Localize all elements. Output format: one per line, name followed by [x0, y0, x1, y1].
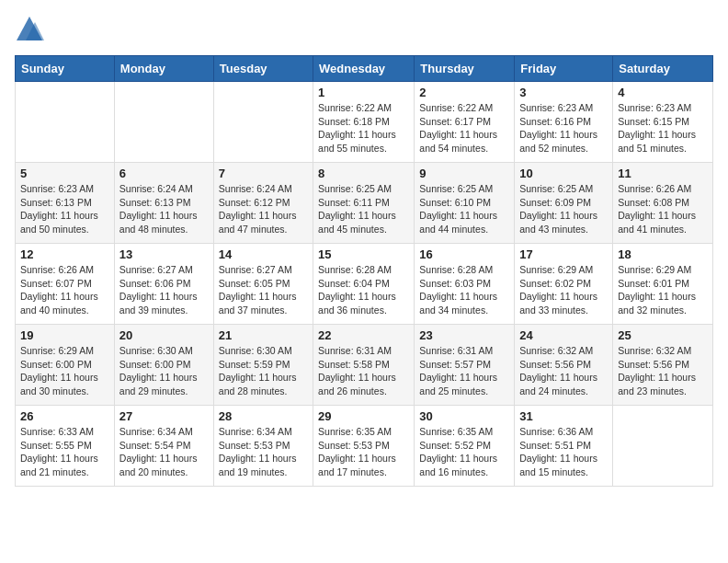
- calendar-cell: 12Sunrise: 6:26 AM Sunset: 6:07 PM Dayli…: [16, 244, 115, 325]
- day-info: Sunrise: 6:24 AM Sunset: 6:12 PM Dayligh…: [219, 182, 308, 236]
- day-number: 17: [519, 247, 608, 261]
- calendar-cell: 14Sunrise: 6:27 AM Sunset: 6:05 PM Dayli…: [213, 244, 313, 325]
- day-number: 12: [20, 247, 109, 261]
- calendar-cell: 3Sunrise: 6:23 AM Sunset: 6:16 PM Daylig…: [515, 82, 613, 163]
- calendar-cell: 25Sunrise: 6:32 AM Sunset: 5:56 PM Dayli…: [613, 325, 713, 406]
- day-number: 24: [519, 328, 608, 342]
- calendar-week-row: 1Sunrise: 6:22 AM Sunset: 6:18 PM Daylig…: [16, 82, 713, 163]
- calendar-week-row: 19Sunrise: 6:29 AM Sunset: 6:00 PM Dayli…: [16, 325, 713, 406]
- day-number: 9: [419, 167, 509, 180]
- calendar-cell: [16, 82, 115, 163]
- day-info: Sunrise: 6:22 AM Sunset: 6:18 PM Dayligh…: [318, 101, 409, 155]
- calendar-week-row: 12Sunrise: 6:26 AM Sunset: 6:07 PM Dayli…: [16, 244, 713, 325]
- day-number: 6: [119, 167, 209, 180]
- weekday-header: Friday: [515, 56, 613, 82]
- day-number: 19: [20, 328, 109, 342]
- calendar-cell: 6Sunrise: 6:24 AM Sunset: 6:13 PM Daylig…: [114, 163, 213, 244]
- day-number: 16: [419, 247, 509, 261]
- calendar-header-row: SundayMondayTuesdayWednesdayThursdayFrid…: [16, 56, 713, 82]
- calendar-cell: 9Sunrise: 6:25 AM Sunset: 6:10 PM Daylig…: [415, 163, 515, 244]
- day-number: 1: [318, 86, 409, 99]
- calendar-cell: 8Sunrise: 6:25 AM Sunset: 6:11 PM Daylig…: [313, 163, 415, 244]
- day-number: 10: [519, 167, 608, 180]
- calendar-cell: 13Sunrise: 6:27 AM Sunset: 6:06 PM Dayli…: [114, 244, 213, 325]
- day-number: 15: [318, 247, 409, 261]
- day-number: 26: [20, 409, 109, 423]
- calendar-cell: 29Sunrise: 6:35 AM Sunset: 5:53 PM Dayli…: [313, 406, 415, 487]
- calendar-week-row: 5Sunrise: 6:23 AM Sunset: 6:13 PM Daylig…: [16, 163, 713, 244]
- day-info: Sunrise: 6:28 AM Sunset: 6:03 PM Dayligh…: [419, 263, 509, 317]
- calendar-cell: [114, 82, 213, 163]
- day-info: Sunrise: 6:25 AM Sunset: 6:11 PM Dayligh…: [318, 182, 409, 236]
- day-info: Sunrise: 6:36 AM Sunset: 5:51 PM Dayligh…: [519, 425, 608, 479]
- day-info: Sunrise: 6:34 AM Sunset: 5:53 PM Dayligh…: [219, 425, 308, 479]
- day-number: 21: [219, 328, 308, 342]
- calendar-cell: 26Sunrise: 6:33 AM Sunset: 5:55 PM Dayli…: [16, 406, 115, 487]
- calendar-cell: 24Sunrise: 6:32 AM Sunset: 5:56 PM Dayli…: [515, 325, 613, 406]
- calendar-cell: 18Sunrise: 6:29 AM Sunset: 6:01 PM Dayli…: [613, 244, 713, 325]
- day-info: Sunrise: 6:30 AM Sunset: 6:00 PM Dayligh…: [119, 344, 209, 398]
- day-number: 20: [119, 328, 209, 342]
- weekday-header: Monday: [114, 56, 213, 82]
- day-info: Sunrise: 6:34 AM Sunset: 5:54 PM Dayligh…: [119, 425, 209, 479]
- calendar-cell: 27Sunrise: 6:34 AM Sunset: 5:54 PM Dayli…: [114, 406, 213, 487]
- day-info: Sunrise: 6:27 AM Sunset: 6:05 PM Dayligh…: [219, 263, 308, 317]
- calendar-cell: 21Sunrise: 6:30 AM Sunset: 5:59 PM Dayli…: [213, 325, 313, 406]
- day-number: 8: [318, 167, 409, 180]
- day-number: 28: [219, 409, 308, 423]
- calendar-cell: 22Sunrise: 6:31 AM Sunset: 5:58 PM Dayli…: [313, 325, 415, 406]
- day-number: 7: [219, 167, 308, 180]
- calendar-cell: 16Sunrise: 6:28 AM Sunset: 6:03 PM Dayli…: [415, 244, 515, 325]
- day-info: Sunrise: 6:23 AM Sunset: 6:15 PM Dayligh…: [618, 101, 708, 155]
- day-number: 2: [419, 86, 509, 99]
- day-number: 29: [318, 409, 409, 423]
- weekday-header: Saturday: [613, 56, 713, 82]
- calendar-cell: 15Sunrise: 6:28 AM Sunset: 6:04 PM Dayli…: [313, 244, 415, 325]
- day-info: Sunrise: 6:22 AM Sunset: 6:17 PM Dayligh…: [419, 101, 509, 155]
- day-number: 14: [219, 247, 308, 261]
- calendar-week-row: 26Sunrise: 6:33 AM Sunset: 5:55 PM Dayli…: [16, 406, 713, 487]
- day-info: Sunrise: 6:29 AM Sunset: 6:00 PM Dayligh…: [20, 344, 109, 398]
- day-info: Sunrise: 6:23 AM Sunset: 6:13 PM Dayligh…: [20, 182, 109, 236]
- day-number: 22: [318, 328, 409, 342]
- calendar-cell: 10Sunrise: 6:25 AM Sunset: 6:09 PM Dayli…: [515, 163, 613, 244]
- calendar-cell: 20Sunrise: 6:30 AM Sunset: 6:00 PM Dayli…: [114, 325, 213, 406]
- day-number: 13: [119, 247, 209, 261]
- day-number: 18: [618, 247, 708, 261]
- day-number: 5: [20, 167, 109, 180]
- weekday-header: Sunday: [16, 56, 115, 82]
- calendar-cell: 4Sunrise: 6:23 AM Sunset: 6:15 PM Daylig…: [613, 82, 713, 163]
- day-info: Sunrise: 6:28 AM Sunset: 6:04 PM Dayligh…: [318, 263, 409, 317]
- day-info: Sunrise: 6:29 AM Sunset: 6:02 PM Dayligh…: [519, 263, 608, 317]
- day-info: Sunrise: 6:29 AM Sunset: 6:01 PM Dayligh…: [618, 263, 708, 317]
- calendar-cell: 19Sunrise: 6:29 AM Sunset: 6:00 PM Dayli…: [16, 325, 115, 406]
- calendar-cell: 1Sunrise: 6:22 AM Sunset: 6:18 PM Daylig…: [313, 82, 415, 163]
- day-info: Sunrise: 6:32 AM Sunset: 5:56 PM Dayligh…: [519, 344, 608, 398]
- page-header: [15, 15, 713, 44]
- day-info: Sunrise: 6:31 AM Sunset: 5:58 PM Dayligh…: [318, 344, 409, 398]
- calendar-cell: 5Sunrise: 6:23 AM Sunset: 6:13 PM Daylig…: [16, 163, 115, 244]
- calendar-table: SundayMondayTuesdayWednesdayThursdayFrid…: [15, 55, 713, 487]
- weekday-header: Wednesday: [313, 56, 415, 82]
- calendar-cell: 30Sunrise: 6:35 AM Sunset: 5:52 PM Dayli…: [415, 406, 515, 487]
- day-info: Sunrise: 6:26 AM Sunset: 6:08 PM Dayligh…: [618, 182, 708, 236]
- day-info: Sunrise: 6:23 AM Sunset: 6:16 PM Dayligh…: [519, 101, 608, 155]
- logo: [15, 15, 48, 44]
- calendar-cell: 17Sunrise: 6:29 AM Sunset: 6:02 PM Dayli…: [515, 244, 613, 325]
- day-info: Sunrise: 6:25 AM Sunset: 6:10 PM Dayligh…: [419, 182, 509, 236]
- day-number: 11: [618, 167, 708, 180]
- day-info: Sunrise: 6:35 AM Sunset: 5:52 PM Dayligh…: [419, 425, 509, 479]
- day-info: Sunrise: 6:27 AM Sunset: 6:06 PM Dayligh…: [119, 263, 209, 317]
- day-info: Sunrise: 6:25 AM Sunset: 6:09 PM Dayligh…: [519, 182, 608, 236]
- calendar-cell: 7Sunrise: 6:24 AM Sunset: 6:12 PM Daylig…: [213, 163, 313, 244]
- day-number: 30: [419, 409, 509, 423]
- day-info: Sunrise: 6:33 AM Sunset: 5:55 PM Dayligh…: [20, 425, 109, 479]
- calendar-cell: 23Sunrise: 6:31 AM Sunset: 5:57 PM Dayli…: [415, 325, 515, 406]
- calendar-cell: 28Sunrise: 6:34 AM Sunset: 5:53 PM Dayli…: [213, 406, 313, 487]
- day-number: 25: [618, 328, 708, 342]
- day-number: 4: [618, 86, 708, 99]
- logo-icon: [15, 15, 44, 44]
- calendar-cell: 11Sunrise: 6:26 AM Sunset: 6:08 PM Dayli…: [613, 163, 713, 244]
- day-info: Sunrise: 6:26 AM Sunset: 6:07 PM Dayligh…: [20, 263, 109, 317]
- day-number: 23: [419, 328, 509, 342]
